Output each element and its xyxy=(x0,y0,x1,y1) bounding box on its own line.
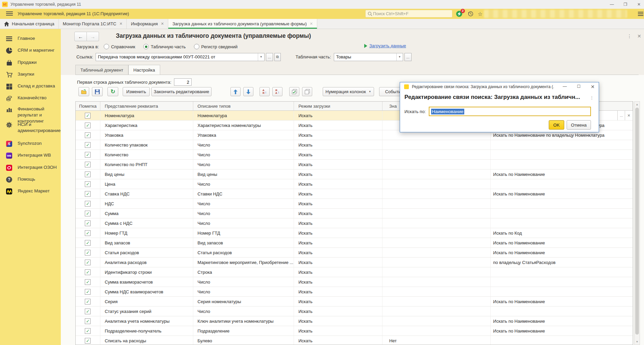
sidebar-item-bag[interactable]: Продажи xyxy=(0,59,61,66)
scroll-up-icon[interactable]: ▲ xyxy=(635,102,640,107)
form-close-icon[interactable]: ✕ xyxy=(637,33,641,39)
row-checkbox[interactable]: ✓ xyxy=(85,318,91,324)
row-checkbox[interactable]: ✓ xyxy=(85,152,91,158)
row-checkbox[interactable]: ✓ xyxy=(85,289,91,295)
row-checkbox[interactable]: ✓ xyxy=(85,181,91,187)
cancel-button[interactable]: Отмена xyxy=(567,120,591,130)
sidebar-item-cart[interactable]: Закупки xyxy=(0,71,61,78)
sidebar-item-help[interactable]: ?Помощь xyxy=(0,176,61,183)
sidebar-item-pie[interactable]: CRM и маркетинг xyxy=(0,47,61,54)
row-checkbox[interactable]: ✓ xyxy=(85,211,91,216)
table-row[interactable]: ✓Статус указания серийЧислоИскать xyxy=(76,307,633,316)
window-minimize-button[interactable]: — xyxy=(610,2,614,7)
window-tab-4[interactable]: Загрузка данных из табличного документа … xyxy=(168,19,317,29)
nav-back-button[interactable]: ← xyxy=(74,32,87,41)
row-checkbox[interactable]: ✓ xyxy=(85,328,91,334)
favorites-button[interactable]: ☆ xyxy=(476,10,484,18)
row-checkbox[interactable]: ✓ xyxy=(85,338,91,344)
window-tab-3[interactable]: Информация✕ xyxy=(127,19,168,29)
table-row[interactable]: ✓Ставка НДССтавки НДСИскатьИскать по Наи… xyxy=(76,189,633,199)
global-search[interactable] xyxy=(365,10,452,18)
table-row[interactable]: ✓Идентификатор строкиСтрокаИскать xyxy=(76,267,633,277)
check-all-button[interactable] xyxy=(289,87,299,96)
table-row[interactable]: ✓Статья расходовСтатья расходовИскатьИск… xyxy=(76,248,633,258)
row-checkbox[interactable]: ✓ xyxy=(85,279,91,285)
table-row[interactable]: ✓Подразделение-получательПодразделениеИс… xyxy=(76,326,633,336)
load-data-link[interactable]: Загрузить данные xyxy=(369,43,406,48)
scrollbar-thumb[interactable] xyxy=(635,108,639,335)
first-row-input[interactable] xyxy=(174,78,192,86)
window-tab-1[interactable]: Начальная страница xyxy=(0,19,59,29)
sidebar-item-yamarket[interactable]: Яндекс Маркет xyxy=(0,188,61,195)
row-checkbox[interactable]: ✓ xyxy=(85,299,91,304)
table-row[interactable]: ✓КоличествоЧислоИскать xyxy=(76,150,633,160)
window-tab-2[interactable]: Монитор Портала 1С:ИТС✕ xyxy=(59,19,127,29)
reference-more-button[interactable]: ... xyxy=(266,53,273,61)
row-checkbox[interactable]: ✓ xyxy=(85,269,91,275)
sidebar-item-ozon[interactable]: Интеграция ОЗОН xyxy=(0,164,61,171)
dialog-maximize-button[interactable]: ☐ xyxy=(577,84,581,89)
table-row[interactable]: ✓Списать на расходыБулевоИскатьНет xyxy=(76,336,633,345)
tab-part-more-button[interactable]: ... xyxy=(404,53,412,61)
table-row[interactable]: ✓СуммаЧислоИскать xyxy=(76,209,633,218)
sidebar-item-menu[interactable]: Главное xyxy=(0,35,61,42)
table-row[interactable]: ✓Аналитика учета номенклатурыКлюч аналит… xyxy=(76,316,633,326)
radio-circle-icon[interactable] xyxy=(143,44,149,49)
row-checkbox[interactable]: ✓ xyxy=(85,113,91,118)
finish-editing-button[interactable]: Закончить редактирование xyxy=(151,87,212,96)
row-checkbox[interactable]: ✓ xyxy=(85,123,91,128)
sidebar-item-grid[interactable]: Склад и доставка xyxy=(0,83,61,90)
sort-desc-button[interactable]: ЯА↓ xyxy=(272,87,282,96)
open-button[interactable] xyxy=(78,87,89,96)
table-row[interactable]: ✓Аналитика расходовМаркетинговое меропри… xyxy=(76,258,633,267)
table-row[interactable]: ✓Сумма с НДСЧислоИскать xyxy=(76,218,633,228)
row-checkbox[interactable]: ✓ xyxy=(85,309,91,314)
form-more-icon[interactable]: ⋮ xyxy=(627,33,632,39)
uncheck-all-button[interactable] xyxy=(302,87,312,96)
reference-combo[interactable]: Передача товаров между организациями 00У… xyxy=(96,53,265,61)
edit-button[interactable]: Изменить xyxy=(123,87,150,96)
dialog-more-icon[interactable]: ⋮ xyxy=(590,95,594,100)
table-row[interactable]: ✓Вид запасовВид запасовИскатьИскать по Н… xyxy=(76,238,633,248)
row-checkbox[interactable]: ✓ xyxy=(85,132,91,138)
row-checkbox[interactable]: ✓ xyxy=(85,191,91,197)
table-row[interactable]: ✓Вид ценыВид ценыИскатьИскать по Наимено… xyxy=(76,169,633,179)
sidebar-item-coins[interactable]: Казначейство xyxy=(0,95,61,102)
chevron-down-icon[interactable]: ▼ xyxy=(396,53,403,61)
move-down-button[interactable] xyxy=(243,87,253,96)
cell-more-button[interactable]: ... xyxy=(617,111,625,120)
sidebar-item-synchrozon[interactable]: SSynchrozon xyxy=(0,140,61,147)
discussions-icon[interactable]: 2 xyxy=(455,10,463,18)
doc-tab-Табличный документ[interactable]: Табличный документ xyxy=(75,65,128,75)
radio-Табличную часть[interactable]: Табличную часть xyxy=(143,44,185,49)
window-close-button[interactable]: ✕ xyxy=(637,2,641,7)
row-checkbox[interactable]: ✓ xyxy=(85,201,91,207)
row-checkbox[interactable]: ✓ xyxy=(85,142,91,148)
tab-close-icon[interactable]: ✕ xyxy=(119,22,122,26)
load-data-action[interactable]: Загрузить данные xyxy=(364,43,406,48)
nav-forward-button[interactable]: → xyxy=(87,32,99,41)
dialog-minimize-button[interactable]: — xyxy=(563,84,567,89)
tab-close-icon[interactable]: ✕ xyxy=(310,22,313,26)
table-row[interactable]: ✓Сумма взаиморасчетовЧислоИскать xyxy=(76,277,633,287)
table-row[interactable]: ✓НДСЧислоИскать xyxy=(76,199,633,209)
refresh-button[interactable]: ↻ xyxy=(107,87,118,96)
row-checkbox[interactable]: ✓ xyxy=(85,240,91,246)
sidebar-item-wb[interactable]: WBИнтеграция WB xyxy=(0,152,61,159)
table-row[interactable]: ✓ЦенаЧислоИскать xyxy=(76,179,633,189)
tab-close-icon[interactable]: ✕ xyxy=(161,22,164,26)
move-up-button[interactable] xyxy=(230,87,241,96)
window-maximize-button[interactable]: ❐ xyxy=(623,2,628,7)
table-scrollbar[interactable]: ▲ ▼ xyxy=(634,101,640,345)
row-checkbox[interactable]: ✓ xyxy=(85,260,91,265)
dialog-close-button[interactable]: ✕ xyxy=(591,84,595,89)
sort-asc-button[interactable]: АЯ↓ xyxy=(259,87,270,96)
table-row[interactable]: ✓СерияСерия номенклатурыИскатьИскать по … xyxy=(76,297,633,307)
table-row[interactable]: ✓Сумма НДС взаиморасчетовЧислоИскать xyxy=(76,287,633,297)
row-checkbox[interactable]: ✓ xyxy=(85,230,91,236)
radio-circle-icon[interactable] xyxy=(194,44,199,49)
radio-Регистр сведений[interactable]: Регистр сведений xyxy=(194,44,238,49)
radio-circle-icon[interactable] xyxy=(104,44,109,49)
row-checkbox[interactable]: ✓ xyxy=(85,250,91,256)
row-checkbox[interactable]: ✓ xyxy=(85,162,91,167)
